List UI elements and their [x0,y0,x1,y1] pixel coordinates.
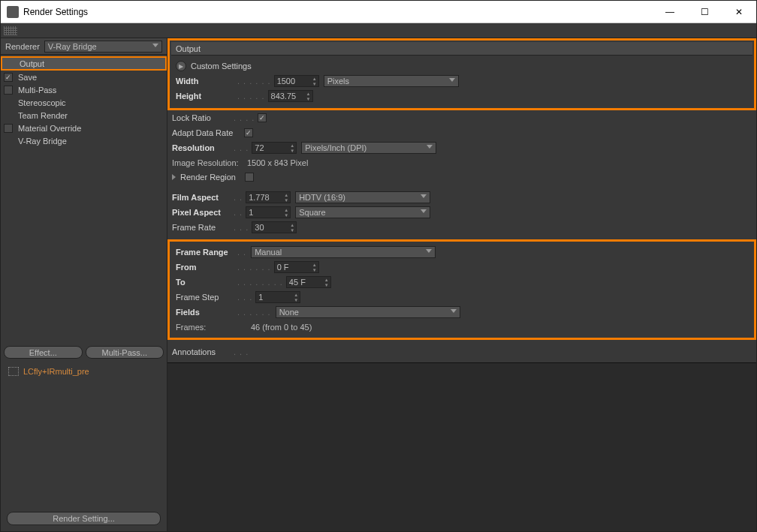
chevron-down-icon [421,209,427,213]
film-aspect-input[interactable]: 1.778 ▲▼ [246,191,291,203]
tree-label: Save [18,73,37,82]
chevron-down-icon [427,145,433,149]
close-button[interactable]: ✕ [722,1,756,23]
render-region-label: Render Region [180,173,242,182]
titlebar: Render Settings — ☐ ✕ [1,1,756,23]
frame-range-label: Frame Range [176,248,237,257]
adapt-data-rate-checkbox[interactable]: ✓ [244,128,253,137]
width-label: Width [176,77,237,86]
pixel-aspect-label: Pixel Aspect [172,208,234,217]
preset-icon [8,367,19,376]
highlight-box-framerange: Frame Range . . Manual From . . . . . . [167,239,756,340]
maximize-button[interactable]: ☐ [687,1,722,23]
dots: . . . . . . [237,77,271,86]
preset-area: LCfly+IRmulti_pre [4,362,164,381]
lock-ratio-checkbox[interactable]: ✓ [258,113,267,122]
tree-item-vraybridge[interactable]: V-Ray Bridge [1,134,167,147]
resolution-label: Resolution [172,143,234,152]
chevron-down-icon [152,44,158,47]
tree-item-multipass[interactable]: Multi-Pass [1,83,167,96]
annotations-area[interactable] [167,362,756,531]
resolution-input[interactable]: 72 ▲▼ [252,142,297,154]
render-settings-window: Render Settings — ☐ ✕ Renderer V-Ray Bri… [0,0,757,532]
window-title: Render Settings [23,7,653,17]
output-header: Output [171,42,752,56]
toolbar [1,23,756,38]
checkbox-icon[interactable]: ✓ [4,73,13,82]
expand-icon[interactable] [172,174,176,180]
preset-item[interactable]: LCfly+IRmulti_pre [4,365,164,378]
from-input[interactable]: 0 F ▲▼ [274,261,319,273]
image-resolution-value: 1500 x 843 Pixel [247,158,308,167]
custom-settings-label: Custom Settings [191,62,252,71]
frames-label: Frames: [176,323,248,332]
film-aspect-select[interactable]: HDTV (16:9) [295,191,430,203]
renderer-select[interactable]: V-Ray Bridge [44,41,162,53]
custom-settings-row: ▶ Custom Settings [176,59,748,74]
tree-item-teamrender[interactable]: Team Render [1,109,167,122]
fields-select[interactable]: None [276,306,460,318]
image-resolution-label: Image Resolution: [172,158,244,167]
pixel-aspect-select[interactable]: Square [295,206,430,218]
sidebar-bottom: Effect... Multi-Pass... LCfly+IRmulti_pr… [1,343,167,531]
tree-item-stereoscopic[interactable]: Stereoscopic [1,96,167,109]
chevron-down-icon [449,78,455,82]
app-icon [7,6,19,18]
checkbox-icon[interactable] [4,86,13,95]
tree-item-output[interactable]: Output [1,56,167,71]
chevron-down-icon [421,194,427,198]
dots: . . . . . [237,92,265,101]
renderer-value: V-Ray Bridge [48,42,97,51]
tree-label: Team Render [18,111,68,120]
to-label: To [176,278,237,287]
effect-button[interactable]: Effect... [4,346,83,359]
adapt-data-rate-label: Adapt Data Rate [172,128,241,137]
toolbar-handle-icon [4,26,17,35]
height-input[interactable]: 843.75 ▲▼ [268,90,313,102]
chevron-down-icon [451,309,457,313]
sidebar: Renderer V-Ray Bridge Output ✓ Save [1,38,167,531]
pixel-aspect-input[interactable]: 1 ▲▼ [246,206,291,218]
width-input[interactable]: 1500 ▲▼ [274,75,319,87]
resolution-units-select[interactable]: Pixels/Inch (DPI) [301,142,436,154]
chevron-down-icon [426,249,432,253]
renderer-label: Renderer [5,42,40,51]
units-select[interactable]: Pixels [324,75,459,87]
minimize-button[interactable]: — [653,1,687,23]
content-area: Renderer V-Ray Bridge Output ✓ Save [1,38,756,531]
expand-icon[interactable]: ▶ [176,61,186,71]
from-label: From [176,263,237,272]
annotations-label: Annotations [172,347,234,356]
render-setting-button[interactable]: Render Setting... [7,512,161,525]
frame-range-select[interactable]: Manual [251,246,436,258]
frame-step-input[interactable]: 1 ▲▼ [255,291,300,303]
highlight-box-dimensions: Output ▶ Custom Settings Width . . . . .… [167,38,756,110]
output-panel: Output ▶ Custom Settings Width . . . . .… [167,38,756,362]
render-region-checkbox[interactable] [245,173,254,182]
lock-ratio-label: Lock Ratio [172,113,234,122]
tree-item-save[interactable]: ✓ Save [1,71,167,83]
tree-label: Stereoscopic [18,98,66,107]
tree-label: Material Override [18,124,81,133]
frame-step-label: Frame Step [176,293,237,302]
fields-label: Fields [176,308,237,317]
frame-rate-input[interactable]: 30 ▲▼ [252,221,297,233]
renderer-row: Renderer V-Ray Bridge [1,38,167,55]
checkbox-icon[interactable] [4,124,13,133]
to-input[interactable]: 45 F ▲▼ [286,276,331,288]
multipass-button[interactable]: Multi-Pass... [86,346,164,359]
tree-label: V-Ray Bridge [18,137,67,146]
tree-item-materialoverride[interactable]: Material Override [1,122,167,134]
preset-name: LCfly+IRmulti_pre [23,367,89,376]
frames-value: 46 (from 0 to 45) [251,323,312,332]
main-panel: Output ▶ Custom Settings Width . . . . .… [167,38,756,531]
tree-label: Output [20,59,44,68]
frame-rate-label: Frame Rate [172,223,234,232]
tree-label: Multi-Pass [18,86,56,95]
settings-tree: Output ✓ Save Multi-Pass Stereoscopic [1,55,167,343]
height-label: Height [176,92,237,101]
film-aspect-label: Film Aspect [172,193,234,202]
